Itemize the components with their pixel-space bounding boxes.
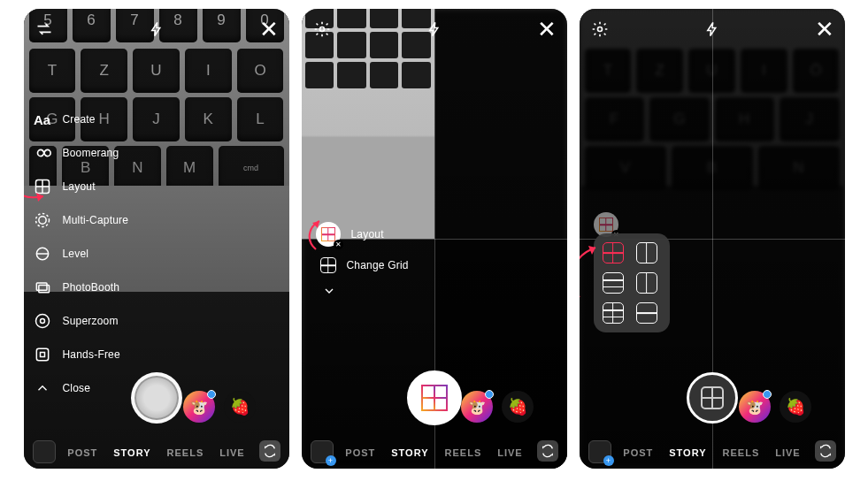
effects-row: 🐮 🍓 — [739, 391, 811, 423]
layout-grid-icon — [421, 385, 448, 411]
tool-multi-capture[interactable]: Multi-Capture — [33, 203, 129, 237]
effects-row: 🐮 🍓 — [461, 391, 534, 423]
label: Boomerang — [63, 147, 119, 159]
label: Multi-Capture — [63, 214, 129, 226]
svg-point-2 — [35, 214, 49, 227]
tool-level[interactable]: Level — [33, 237, 129, 271]
flash-icon[interactable] — [147, 19, 166, 39]
mode-live[interactable]: LIVE — [497, 447, 522, 458]
remove-badge-icon[interactable]: ✕ — [334, 240, 343, 249]
label: Create — [63, 113, 96, 126]
svg-rect-4 — [36, 283, 47, 290]
mode-strip: POST STORY REELS LIVE — [24, 447, 289, 458]
settings-icon[interactable] — [590, 19, 610, 39]
mode-strip: POST STORY REELS LIVE — [302, 447, 567, 458]
close-icon[interactable]: ✕ — [259, 19, 279, 39]
active-quadrant — [302, 9, 434, 239]
flash-icon[interactable] — [703, 19, 722, 39]
top-bar: ✕ — [302, 16, 567, 42]
tool-photobooth[interactable]: PhotoBooth — [33, 271, 129, 304]
label: Superzoom — [63, 315, 119, 327]
top-bar: ✕ — [24, 16, 289, 42]
tool-hands-free[interactable]: Hands-Free — [33, 338, 129, 371]
shutter-button[interactable] — [407, 370, 462, 425]
grid-option-3x1[interactable] — [603, 272, 624, 294]
grid-option-2x1-tall[interactable] — [636, 272, 657, 294]
camera-switch-icon[interactable] — [815, 440, 836, 462]
grid-option-3x2[interactable] — [603, 302, 624, 324]
shutter-button[interactable] — [687, 372, 738, 424]
grid-option-1x2[interactable] — [636, 242, 657, 263]
effects-row: 🐮 🍓 — [183, 391, 256, 423]
effect-cow[interactable]: 🐮 — [739, 391, 771, 423]
mode-story[interactable]: STORY — [669, 447, 706, 458]
grid-picker-popup — [594, 233, 670, 332]
camera-switch-icon[interactable] — [259, 440, 280, 462]
layout-active-icon: ✕ — [316, 222, 341, 247]
mode-reels[interactable]: REELS — [723, 447, 760, 458]
effect-cow[interactable]: 🐮 — [183, 391, 215, 423]
mode-post[interactable]: POST — [67, 447, 97, 458]
photobooth-icon — [33, 278, 52, 297]
svg-point-11 — [319, 27, 324, 32]
mode-post[interactable]: POST — [623, 447, 653, 458]
camera-switch-icon[interactable] — [537, 440, 558, 462]
tool-create[interactable]: AaCreate — [33, 103, 129, 136]
layout-grid-icon — [701, 386, 724, 409]
mode-reels[interactable]: REELS — [445, 447, 482, 458]
grid-icon — [320, 257, 336, 273]
mode-story[interactable]: STORY — [113, 447, 150, 458]
label: Layout — [351, 228, 384, 240]
label: PhotoBooth — [63, 281, 120, 294]
tool-superzoom[interactable]: Superzoom — [33, 304, 129, 338]
story-layout-mode: ✕ ✕ Layout Change Grid 🐮 🍓 POST STORY RE… — [302, 9, 567, 469]
swap-icon[interactable] — [35, 19, 54, 39]
label: Change Grid — [347, 259, 409, 271]
grid-option-2x1[interactable] — [636, 302, 657, 324]
close-icon[interactable]: ✕ — [537, 19, 557, 39]
mode-reels[interactable]: REELS — [167, 447, 204, 458]
svg-point-1 — [38, 217, 45, 224]
change-grid-row[interactable]: Change Grid — [316, 252, 409, 279]
grid-option-2x2[interactable] — [603, 242, 624, 263]
effect-cow[interactable]: 🐮 — [461, 391, 493, 423]
svg-point-7 — [40, 319, 44, 324]
multi-capture-icon — [33, 210, 52, 230]
layout-active-row[interactable]: ✕ Layout — [316, 217, 409, 252]
flash-icon[interactable] — [425, 19, 444, 39]
close-icon[interactable]: ✕ — [815, 19, 834, 39]
label: Layout — [63, 180, 96, 193]
effect-strawberry[interactable]: 🍓 — [780, 391, 811, 423]
label: Level — [63, 248, 89, 260]
text-aa-icon: Aa — [33, 110, 52, 129]
label: Hands-Free — [63, 348, 120, 361]
layout-controls: ✕ Layout Change Grid — [316, 217, 409, 306]
mode-strip: POST STORY REELS LIVE — [580, 447, 845, 458]
shutter-button[interactable] — [131, 372, 182, 424]
story-camera-tools-menu: 567890 TZUIO GHJKL BNMcmd ✕ AaCreate Boo… — [24, 9, 289, 469]
mode-post[interactable]: POST — [345, 447, 375, 458]
story-grid-picker: TZUIÖ FGHJ VBN ✕ ✕ 🐮 🍓 POST STORY REELS … — [580, 9, 845, 469]
mode-story[interactable]: STORY — [391, 447, 428, 458]
chevron-down-icon — [322, 284, 336, 301]
svg-point-13 — [597, 27, 602, 32]
top-bar: ✕ — [580, 16, 845, 42]
tool-layout[interactable]: Layout — [33, 170, 129, 203]
svg-point-6 — [35, 315, 49, 328]
infinity-icon — [33, 143, 52, 163]
effect-strawberry[interactable]: 🍓 — [502, 391, 534, 423]
collapse-row[interactable] — [316, 279, 409, 306]
hands-free-icon — [33, 345, 52, 364]
level-icon — [33, 244, 52, 263]
effect-strawberry[interactable]: 🍓 — [224, 391, 256, 423]
mode-live[interactable]: LIVE — [219, 447, 244, 458]
layout-icon — [33, 177, 52, 196]
svg-rect-9 — [40, 353, 44, 357]
tool-boomerang[interactable]: Boomerang — [33, 136, 129, 170]
svg-rect-8 — [36, 348, 48, 360]
story-tools-menu: AaCreate Boomerang Layout Multi-Capture … — [33, 103, 129, 405]
mode-live[interactable]: LIVE — [775, 447, 800, 458]
superzoom-icon — [33, 311, 52, 331]
settings-icon[interactable] — [312, 19, 332, 39]
